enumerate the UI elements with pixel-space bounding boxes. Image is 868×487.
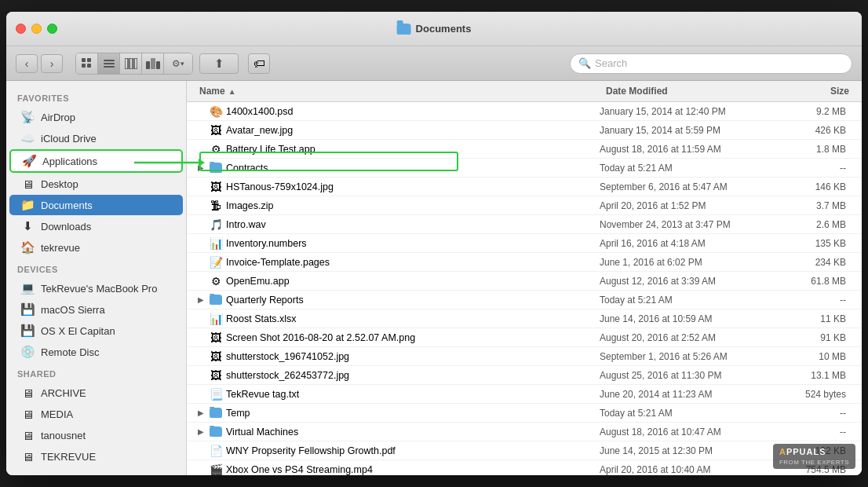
disclosure-triangle-icon xyxy=(196,333,206,342)
disclosure-triangle-icon xyxy=(196,465,206,474)
file-name-cell: ▶Quarterly Reports xyxy=(190,294,600,306)
sidebar-item-archive[interactable]: 🖥 ARCHIVE xyxy=(9,383,183,403)
table-row[interactable]: 📃TekRevue tag.txtJune 20, 2014 at 11:23 … xyxy=(187,385,862,404)
sidebar-item-macbook[interactable]: 💻 TekRevue's MacBook Pro xyxy=(9,278,183,298)
folder-icon xyxy=(210,407,222,419)
table-row[interactable]: 🖼shutterstock_196741052.jpgSeptember 1, … xyxy=(187,347,862,366)
icon-view-button[interactable] xyxy=(76,53,98,74)
sidebar-item-tekrevue[interactable]: 🏠 tekrevue xyxy=(9,237,183,258)
sidebar-item-macos-sierra[interactable]: 💾 macOS Sierra xyxy=(9,299,183,320)
sidebar-item-label: iCloud Drive xyxy=(41,133,97,145)
disclosure-triangle-icon[interactable]: ▶ xyxy=(196,295,206,305)
forward-button[interactable]: › xyxy=(41,54,63,73)
sidebar-item-documents[interactable]: 📁 Documents xyxy=(9,195,183,215)
file-date-cell: August 18, 2016 at 11:59 AM xyxy=(600,144,780,155)
downloads-icon: ⬇ xyxy=(20,219,35,233)
disclosure-triangle-icon[interactable]: ▶ xyxy=(196,408,206,418)
table-row[interactable]: ▶ContractsToday at 5:21 AM-- xyxy=(187,159,862,178)
file-name-cell: 🎵Intro.wav xyxy=(190,218,600,231)
minimize-button[interactable] xyxy=(31,24,42,34)
sidebar-item-label: ARCHIVE xyxy=(41,387,86,399)
server4-icon: 🖥 xyxy=(20,449,35,463)
sidebar-item-icloud[interactable]: ☁️ iCloud Drive xyxy=(9,128,183,148)
sidebar-item-downloads[interactable]: ⬇ Downloads xyxy=(9,216,183,236)
disclosure-triangle-icon[interactable]: ▶ xyxy=(196,427,206,437)
table-row[interactable]: 🖼Screen Shot 2016-08-20 at 2.52.07 AM.pn… xyxy=(187,328,862,347)
disclosure-triangle-icon xyxy=(196,126,206,135)
table-row[interactable]: 🖼HSTanous-759x1024.jpgSeptember 6, 2016 … xyxy=(187,178,862,196)
image-file-icon: 🖼 xyxy=(210,124,222,137)
disclosure-triangle-icon xyxy=(196,446,206,456)
table-row[interactable]: ▶Virtual MachinesAugust 18, 2016 at 10:4… xyxy=(187,423,862,441)
action-dropdown-button[interactable]: ⚙ ▾ xyxy=(164,53,192,74)
sidebar-item-label: Downloads xyxy=(41,221,91,233)
file-name-cell: 🖼shutterstock_196741052.jpg xyxy=(190,350,600,363)
table-row[interactable]: ▶Quarterly ReportsToday at 5:21 AM-- xyxy=(187,291,862,309)
app-file-icon: ⚙ xyxy=(210,143,222,156)
cover-flow-button[interactable] xyxy=(142,53,164,74)
audio-file-icon: 🎵 xyxy=(210,218,222,231)
sidebar-item-label: Desktop xyxy=(41,178,78,190)
sidebar-item-media[interactable]: 🖥 MEDIA xyxy=(9,404,183,424)
numbers-file-icon: 📊 xyxy=(210,237,222,250)
maximize-button[interactable] xyxy=(47,24,57,34)
file-date-cell: April 20, 2016 at 10:40 AM xyxy=(600,464,780,475)
sidebar-item-osx-el-capitan[interactable]: 💾 OS X El Capitan xyxy=(9,320,183,341)
table-row[interactable]: 📝Invoice-Template.pagesJune 1, 2016 at 6… xyxy=(187,253,862,272)
table-row[interactable]: 🎬Xbox One vs PS4 Streaming.mp4April 20, … xyxy=(187,460,862,475)
file-name-text: Quarterly Reports xyxy=(226,295,304,306)
close-button[interactable] xyxy=(16,24,26,34)
table-row[interactable]: 🖼shutterstock_262453772.jpgAugust 25, 20… xyxy=(187,366,862,385)
file-name-cell: 🗜Images.zip xyxy=(190,200,600,212)
sidebar-item-tekrevue2[interactable]: 🖥 TEKREVUE xyxy=(9,446,183,467)
file-size-cell: 9.2 MB xyxy=(780,106,859,117)
sidebar-item-remote-disc[interactable]: 💿 Remote Disc xyxy=(9,342,183,362)
server3-icon: 🖥 xyxy=(20,428,35,442)
table-row[interactable]: 🎵Intro.wavNovember 24, 2013 at 3:47 PM2.… xyxy=(187,215,862,234)
rocket-icon: 🚀 xyxy=(22,154,36,168)
svg-rect-5 xyxy=(129,58,133,69)
action-button[interactable]: ⬆ xyxy=(199,53,239,74)
table-row[interactable]: 🖼Avatar_new.jpgJanuary 15, 2014 at 5:59 … xyxy=(187,121,862,140)
search-bar[interactable]: 🔍 Search xyxy=(570,53,852,74)
sidebar-item-airdrop[interactable]: 📡 AirDrop xyxy=(9,107,183,127)
filelist-body[interactable]: 🎨1400x1400.psdJanuary 15, 2014 at 12:40 … xyxy=(187,102,862,475)
file-name-cell: 📄WNY Propserity Fellowship Growth.pdf xyxy=(190,445,600,457)
column-name-header[interactable]: Name ▲ xyxy=(187,86,603,97)
folder-icon xyxy=(397,24,411,35)
table-row[interactable]: ⚙Battery Life Test.appAugust 18, 2016 at… xyxy=(187,140,862,159)
file-name-text: 1400x1400.psd xyxy=(226,106,294,117)
sidebar-item-tanousnet[interactable]: 🖥 tanousnet xyxy=(9,425,183,445)
file-date-cell: August 25, 2016 at 11:30 PM xyxy=(600,370,780,381)
column-view-button[interactable] xyxy=(120,53,142,74)
table-row[interactable]: 📄WNY Propserity Fellowship Growth.pdfJun… xyxy=(187,441,862,460)
file-date-cell: June 14, 2015 at 12:30 PM xyxy=(600,445,780,456)
table-row[interactable]: ⚙OpenEmu.appAugust 12, 2016 at 3:39 AM61… xyxy=(187,272,862,291)
disclosure-triangle-icon xyxy=(196,258,206,267)
table-row[interactable]: 📊Roost Stats.xlsxJune 14, 2016 at 10:59 … xyxy=(187,309,862,328)
window-title: Documents xyxy=(397,23,472,35)
sidebar-item-applications[interactable]: 🚀 Applications xyxy=(9,149,183,173)
list-view-button[interactable] xyxy=(98,53,120,74)
file-date-cell: September 6, 2016 at 5:47 AM xyxy=(600,181,780,192)
back-button[interactable]: ‹ xyxy=(16,54,38,73)
table-row[interactable]: 🎨1400x1400.psdJanuary 15, 2014 at 12:40 … xyxy=(187,102,862,121)
tag-button[interactable]: 🏷 xyxy=(248,53,270,74)
image-file-icon: 🖼 xyxy=(210,181,222,193)
file-name-text: Invoice-Template.pages xyxy=(226,257,330,268)
folder-icon xyxy=(210,162,222,174)
sidebar-item-label: TEKREVUE xyxy=(41,451,96,463)
excel-file-icon: 📊 xyxy=(210,313,222,325)
file-name-cell: 🖼HSTanous-759x1024.jpg xyxy=(190,181,600,193)
table-row[interactable]: 📊Inventory.numbersApril 16, 2016 at 4:18… xyxy=(187,234,862,253)
table-row[interactable]: 🗜Images.zipApril 20, 2016 at 1:52 PM3.7 … xyxy=(187,196,862,215)
sidebar-item-desktop[interactable]: 🖥 Desktop xyxy=(9,174,183,194)
column-size-header[interactable]: Size xyxy=(783,86,862,97)
svg-rect-6 xyxy=(134,58,137,69)
disclosure-triangle-icon[interactable]: ▶ xyxy=(196,163,206,173)
table-row[interactable]: ▶TempToday at 5:21 AM-- xyxy=(187,404,862,423)
file-size-cell: 234 KB xyxy=(780,257,859,268)
filelist-header: Name ▲ Date Modified Size xyxy=(187,81,862,102)
search-placeholder: Search xyxy=(595,57,627,69)
column-date-header[interactable]: Date Modified xyxy=(603,86,783,97)
